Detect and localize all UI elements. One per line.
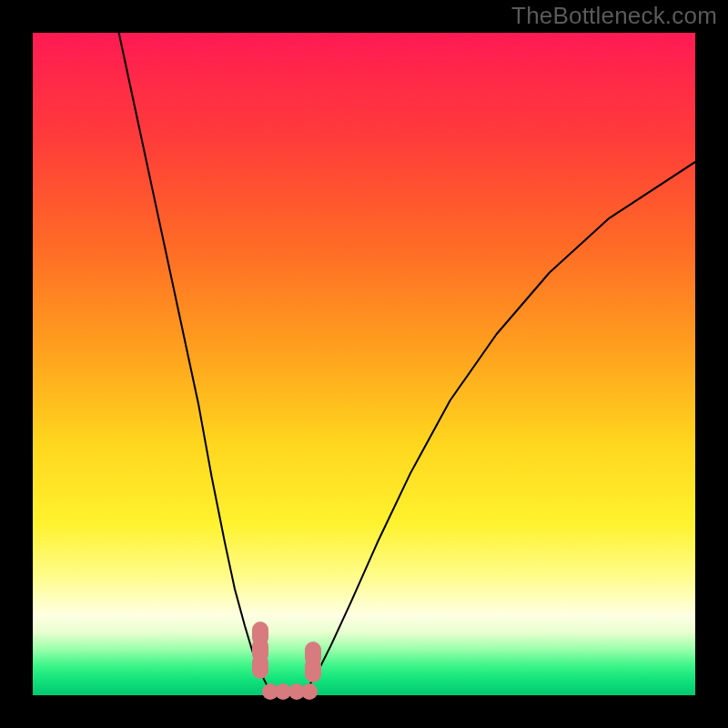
curve-marker bbox=[252, 622, 268, 646]
curve-layer bbox=[33, 33, 695, 695]
watermark-text: TheBottleneck.com bbox=[511, 2, 717, 30]
image-frame: TheBottleneck.com bbox=[0, 0, 728, 728]
curve-right bbox=[298, 162, 695, 695]
plot-area bbox=[33, 33, 695, 695]
curve-marker bbox=[305, 642, 321, 666]
curve-left bbox=[119, 33, 278, 695]
baseline-marker bbox=[301, 683, 318, 700]
